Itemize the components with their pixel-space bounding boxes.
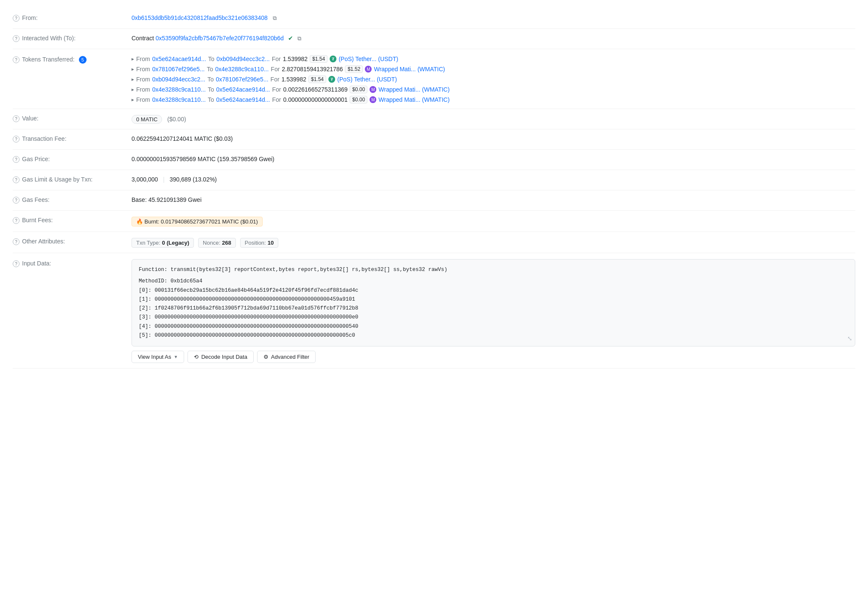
gas-fees-value: Base: 45.921091389 Gwei <box>132 196 202 203</box>
transfer-to-addr[interactable]: 0x5e624acae914d... <box>216 86 270 93</box>
from-address[interactable]: 0xb6153ddb5b91dc4320812faad5bc321e063834… <box>132 14 268 21</box>
token-name[interactable]: (PoS) Tether... (USDT) <box>339 56 398 62</box>
gas-limit-help-icon[interactable]: ? <box>13 176 20 183</box>
advanced-filter-label: Advanced Filter <box>271 354 309 360</box>
token-type-icon: M <box>370 96 376 103</box>
transfer-to-label: To <box>207 76 214 83</box>
gas-price-label-col: ? Gas Price: <box>13 155 132 163</box>
transfer-for-label: For <box>272 96 281 103</box>
input-data-row: ? Input Data: Function: transmit(bytes32… <box>13 253 855 369</box>
gas-price-label: Gas Price: <box>22 156 50 162</box>
from-label-col: ? From: <box>13 14 132 22</box>
transfer-to-addr[interactable]: 0xb094d94ecc3c2... <box>216 56 269 62</box>
gas-price-value: 0.000000015935798569 MATIC (159.35798569… <box>132 156 274 162</box>
value-row: ? Value: 0 MATIC ($0.00) <box>13 109 855 129</box>
input-data-label-col: ? Input Data: <box>13 258 132 267</box>
input-data-btn-group: View Input As ▼ ⟲ Decode Input Data ⚙ Ad… <box>132 351 855 363</box>
transfer-to-label: To <box>208 56 215 62</box>
token-transfer-row: ▸ From 0x4e3288c9ca110... To 0x5e624acae… <box>132 86 855 93</box>
burnt-fees-label-col: ? Burnt Fees: <box>13 216 132 224</box>
interacted-with-help-icon[interactable]: ? <box>13 35 20 42</box>
tokens-transferred-row: ? Tokens Transferred: 5 ▸ From 0x5e624ac… <box>13 49 855 109</box>
tokens-count-badge: 5 <box>79 56 87 64</box>
position-val: 10 <box>268 240 274 246</box>
decode-input-data-button[interactable]: ⟲ Decode Input Data <box>188 351 253 363</box>
transfer-amount: 1.539982 <box>282 76 306 83</box>
nonce-val: 268 <box>222 240 231 246</box>
input-data-label: Input Data: <box>22 260 51 267</box>
transfer-amount: 0.002261665275311369 <box>283 86 347 93</box>
transfer-price-badge: $1.54 <box>310 55 328 63</box>
transfer-from-addr[interactable]: 0x5e624acae914d... <box>152 56 206 62</box>
token-name[interactable]: Wrapped Mati... (WMATIC) <box>378 96 450 103</box>
gas-price-row: ? Gas Price: 0.000000015935798569 MATIC … <box>13 150 855 170</box>
transfer-price-badge: $0.00 <box>350 96 367 103</box>
txn-type-key: Txn Type: <box>136 240 160 246</box>
view-input-chevron-icon: ▼ <box>174 355 178 359</box>
gas-limit-row: ? Gas Limit & Usage by Txn: 3,000,000 | … <box>13 170 855 190</box>
gas-fees-row: ? Gas Fees: Base: 45.921091389 Gwei <box>13 190 855 211</box>
gas-fees-help-icon[interactable]: ? <box>13 197 20 204</box>
token-transfer-row: ▸ From 0xb094d94ecc3c2... To 0x781067ef2… <box>132 75 855 83</box>
interacted-with-copy-icon[interactable]: ⧉ <box>297 35 301 42</box>
resize-handle[interactable]: ⤡ <box>847 334 852 344</box>
transfer-to-addr[interactable]: 0x5e624acae914d... <box>216 96 270 103</box>
transfer-for-label: For <box>271 66 280 73</box>
input-data-line: [2]: 1f0248706f911b66a2f6b13905f712bda69… <box>139 304 848 313</box>
input-data-line: [5]: 00000000000000000000000000000000000… <box>139 331 848 340</box>
transfer-price-badge: $1.52 <box>345 65 363 73</box>
token-name[interactable]: (PoS) Tether... (USDT) <box>337 76 397 83</box>
transfer-from-addr[interactable]: 0xb094d94ecc3c2... <box>152 76 205 83</box>
other-attributes-row: ? Other Attributes: Txn Type: 0 (Legacy)… <box>13 232 855 253</box>
token-transfer-row: ▸ From 0x781067ef296e5... To 0x4e3288c9c… <box>132 65 855 73</box>
token-name[interactable]: Wrapped Mati... (WMATIC) <box>374 66 445 73</box>
view-input-as-button[interactable]: View Input As ▼ <box>132 351 184 363</box>
gas-limit-value-col: 3,000,000 | 390,689 (13.02%) <box>132 175 855 183</box>
burnt-fees-help-icon[interactable]: ? <box>13 217 20 224</box>
transfer-from-addr[interactable]: 0x4e3288c9ca110... <box>152 96 206 103</box>
value-amount: 0 MATIC <box>132 115 162 124</box>
token-type-icon: M <box>370 86 376 93</box>
other-attr-label-col: ? Other Attributes: <box>13 237 132 245</box>
tokens-help-icon[interactable]: ? <box>13 56 20 63</box>
transfer-from-addr[interactable]: 0x4e3288c9ca110... <box>152 86 206 93</box>
gas-limit-label-col: ? Gas Limit & Usage by Txn: <box>13 175 132 183</box>
transfer-from-addr[interactable]: 0x781067ef296e5... <box>152 66 205 73</box>
tx-fee-label-col: ? Transaction Fee: <box>13 134 132 142</box>
value-label-col: ? Value: <box>13 114 132 122</box>
value-help-icon[interactable]: ? <box>13 115 20 122</box>
decode-label: Decode Input Data <box>201 354 247 360</box>
input-data-help-icon[interactable]: ? <box>13 260 20 267</box>
gas-fees-label: Gas Fees: <box>22 196 50 203</box>
gas-separator: | <box>163 176 165 183</box>
tx-fee-help-icon[interactable]: ? <box>13 136 20 142</box>
from-help-icon[interactable]: ? <box>13 15 20 22</box>
gas-price-help-icon[interactable]: ? <box>13 156 20 163</box>
token-arrow: ▸ <box>132 97 134 103</box>
tx-fee-value-col: 0.06225941207124041 MATIC ($0.03) <box>132 134 855 142</box>
from-copy-icon[interactable]: ⧉ <box>273 15 277 21</box>
interacted-with-value-col: Contract 0x53590f9fa2cbfb75467b7efe20f77… <box>132 34 855 42</box>
transfer-from-label: From <box>136 76 150 83</box>
function-line: Function: transmit(bytes32[3] reportCont… <box>139 265 848 274</box>
other-attr-help-icon[interactable]: ? <box>13 238 20 245</box>
transfer-to-label: To <box>208 96 214 103</box>
transfer-from-label: From <box>136 66 150 73</box>
transfer-from-label: From <box>136 56 150 62</box>
interacted-with-label-col: ? Interacted With (To): <box>13 34 132 42</box>
interacted-with-address[interactable]: 0x53590f9fa2cbfb75467b7efe20f776194f820b… <box>156 35 284 42</box>
interacted-with-row: ? Interacted With (To): Contract 0x53590… <box>13 29 855 49</box>
transfer-to-addr[interactable]: 0x4e3288c9ca110... <box>215 66 269 73</box>
nonce-key: Nonce: <box>203 240 220 246</box>
token-type-icon: ₮ <box>328 76 335 83</box>
token-name[interactable]: Wrapped Mati... (WMATIC) <box>378 86 450 93</box>
token-arrow: ▸ <box>132 56 134 62</box>
other-attr-label: Other Attributes: <box>22 238 65 245</box>
burnt-fees-value: 🔥 Burnt: 0.017940865273677021 MATIC ($0.… <box>136 218 258 225</box>
input-data-value-col: Function: transmit(bytes32[3] reportCont… <box>132 258 855 363</box>
input-data-line: [4]: 00000000000000000000000000000000000… <box>139 322 848 331</box>
transfer-for-label: For <box>271 76 280 83</box>
transfer-to-addr[interactable]: 0x781067ef296e5... <box>216 76 269 83</box>
filter-icon: ⚙ <box>263 354 269 360</box>
advanced-filter-button[interactable]: ⚙ Advanced Filter <box>257 351 316 363</box>
